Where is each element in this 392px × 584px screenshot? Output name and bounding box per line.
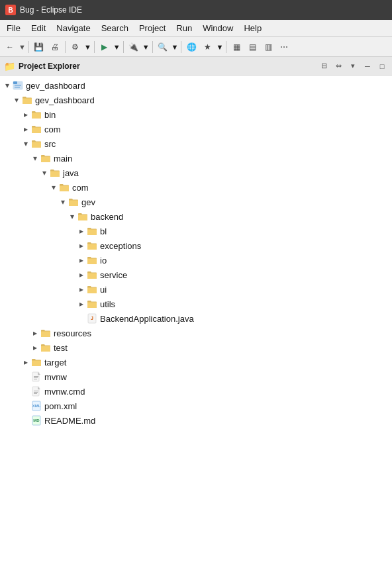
node-label-main: main — [54, 154, 72, 164]
tree-toggle-gev_dashboard_sub[interactable]: ▾ — [12, 95, 21, 105]
tree-node-src[interactable]: ▾ src — [0, 136, 392, 151]
tree-toggle-java[interactable]: ▾ — [40, 168, 49, 177]
toolbar-dropdown-5[interactable]: ▼ — [172, 40, 179, 54]
maximize-btn[interactable]: □ — [376, 60, 388, 72]
tree-toggle-resources[interactable]: ▸ — [30, 328, 40, 338]
menu-item-edit[interactable]: Edit — [26, 21, 51, 35]
tree-toggle-utils[interactable]: ▸ — [77, 299, 86, 309]
node-label-ui: ui — [100, 285, 107, 295]
tree-node-service[interactable]: ▸ service — [0, 268, 392, 282]
toolbar-btn-settings[interactable]: ⚙ — [68, 40, 83, 54]
tree-toggle-com2[interactable]: ▾ — [49, 183, 58, 192]
tree-toggle-io[interactable]: ▸ — [77, 256, 86, 265]
toolbar-btn-run[interactable]: ▶ — [97, 40, 112, 54]
node-label-bl: bl — [100, 226, 107, 236]
toolbar-btn-layout3[interactable]: ▥ — [261, 40, 275, 54]
toolbar-btn-globe[interactable]: 🌐 — [184, 40, 199, 54]
tree-toggle-bl[interactable]: ▸ — [77, 226, 86, 236]
panel-title-label: Project Explorer — [19, 62, 80, 71]
tree-node-readme[interactable]: MD README.md — [0, 413, 392, 428]
svg-rect-3 — [15, 87, 20, 88]
node-icon-service — [86, 269, 98, 280]
tree-toggle-bin[interactable]: ▸ — [21, 110, 30, 119]
tree-node-backendapp[interactable]: J BackendApplication.java — [0, 311, 392, 326]
tree-node-com[interactable]: ▸ com — [0, 122, 392, 136]
node-label-service: service — [100, 270, 127, 280]
tree-toggle-com[interactable]: ▸ — [21, 124, 30, 134]
menu-item-help[interactable]: Help — [238, 21, 267, 35]
main-container: 📁 Project Explorer ⊟ ⇔ ▾ ─ □ ▾ gev_dashb… — [0, 57, 392, 584]
tree-toggle-ui[interactable]: ▸ — [77, 285, 86, 294]
node-label-pomxml: pom.xml — [44, 401, 77, 411]
toolbar-sep-6 — [181, 41, 181, 53]
menu-item-run[interactable]: Run — [171, 21, 197, 35]
tree-node-utils[interactable]: ▸ utils — [0, 297, 392, 311]
menu-item-search[interactable]: Search — [96, 21, 134, 35]
menu-item-window[interactable]: Window — [197, 21, 238, 35]
toolbar-btn-print[interactable]: 🖨 — [48, 40, 62, 54]
minimize-btn[interactable]: ─ — [362, 60, 373, 72]
tree-toggle-backend[interactable]: ▾ — [68, 212, 77, 221]
tree-node-io[interactable]: ▸ io — [0, 253, 392, 268]
node-icon-bin — [30, 109, 42, 120]
toolbar-dropdown-4[interactable]: ▼ — [142, 40, 150, 54]
toolbar-dropdown-1[interactable]: ▼ — [19, 40, 26, 54]
toolbar-dropdown-6[interactable]: ▼ — [216, 40, 223, 54]
menu-item-project[interactable]: Project — [134, 21, 171, 35]
tree-node-bl[interactable]: ▸ bl — [0, 224, 392, 238]
collapse-all-btn[interactable]: ⊟ — [318, 60, 330, 72]
tree-node-main[interactable]: ▾ main — [0, 151, 392, 166]
explorer-icon: 📁 — [4, 61, 15, 72]
tree-node-gev_dashboard_root[interactable]: ▾ gev_dashboard — [0, 78, 392, 93]
tree-toggle-mvnw — [21, 372, 30, 381]
tree-toggle-gev[interactable]: ▾ — [58, 197, 68, 207]
svg-rect-8 — [34, 377, 38, 378]
tree-node-ui[interactable]: ▸ ui — [0, 282, 392, 297]
project-explorer-tab[interactable]: 📁 Project Explorer — [4, 61, 80, 72]
toolbar-btn-back[interactable]: ← — [3, 40, 17, 54]
tree-toggle-src[interactable]: ▾ — [21, 139, 30, 148]
tree-node-pomxml[interactable]: XML pom.xml — [0, 399, 392, 413]
menu-item-file[interactable]: File — [1, 21, 26, 35]
toolbar-dropdown-3[interactable]: ▼ — [113, 40, 121, 54]
node-label-io: io — [100, 256, 107, 266]
tree-toggle-main[interactable]: ▾ — [30, 154, 40, 163]
tree-node-mvnw[interactable]: mvnw — [0, 369, 392, 384]
toolbar-btn-layout4[interactable]: ⋯ — [277, 40, 291, 54]
tree-node-com2[interactable]: ▾ com — [0, 180, 392, 195]
project-explorer-tree[interactable]: ▾ gev_dashboard▾ gev_dashboard▸ bin▸ com… — [0, 75, 392, 584]
tree-toggle-gev_dashboard_root[interactable]: ▾ — [3, 81, 12, 90]
svg-rect-9 — [34, 379, 37, 379]
node-label-src: src — [44, 139, 56, 149]
toolbar-btn-layout1[interactable]: ▦ — [229, 40, 244, 54]
tree-node-backend[interactable]: ▾ backend — [0, 209, 392, 224]
node-icon-io — [86, 255, 98, 266]
tree-node-java[interactable]: ▾ java — [0, 166, 392, 180]
toolbar-btn-layout2[interactable]: ▤ — [245, 40, 260, 54]
tree-toggle-exceptions[interactable]: ▸ — [77, 241, 86, 250]
menu-item-navigate[interactable]: Navigate — [51, 21, 95, 35]
tree-toggle-test[interactable]: ▸ — [30, 343, 40, 352]
tree-node-bin[interactable]: ▸ bin — [0, 107, 392, 122]
node-icon-com — [30, 124, 42, 134]
toolbar-btn-save[interactable]: 💾 — [32, 40, 46, 54]
tree-node-mvnwcmd[interactable]: mvnw.cmd — [0, 384, 392, 399]
tree-toggle-target[interactable]: ▸ — [21, 358, 30, 367]
tree-toggle-service[interactable]: ▸ — [77, 270, 86, 279]
node-icon-ui — [86, 284, 98, 295]
tree-node-target[interactable]: ▸ target — [0, 355, 392, 369]
tree-node-gev[interactable]: ▾ gev — [0, 195, 392, 209]
tree-node-test[interactable]: ▸ test — [0, 340, 392, 355]
node-icon-test — [40, 342, 52, 353]
node-label-exceptions: exceptions — [100, 241, 141, 251]
link-with-editor-btn[interactable]: ⇔ — [332, 60, 344, 72]
node-icon-target — [30, 357, 42, 367]
toolbar-btn-star[interactable]: ★ — [200, 40, 215, 54]
toolbar-btn-search[interactable]: 🔍 — [156, 40, 170, 54]
tree-node-resources[interactable]: ▸ resources — [0, 326, 392, 340]
tree-node-exceptions[interactable]: ▸ exceptions — [0, 238, 392, 253]
tree-node-gev_dashboard_sub[interactable]: ▾ gev_dashboard — [0, 93, 392, 107]
toolbar-btn-plugin[interactable]: 🔌 — [126, 40, 141, 54]
view-menu-btn[interactable]: ▾ — [347, 60, 359, 72]
toolbar-dropdown-2[interactable]: ▼ — [84, 40, 91, 54]
